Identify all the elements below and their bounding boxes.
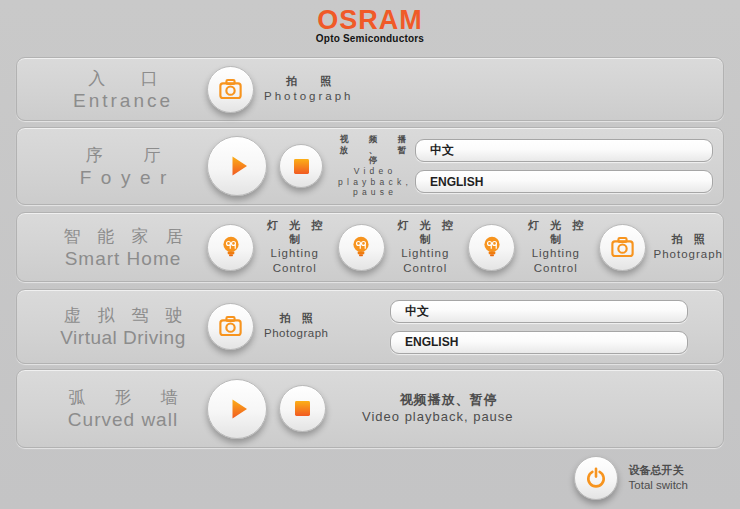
panel-title-curved-wall: 弧形墙 Curved wall [39,386,207,431]
header: OSRAM Opto Semiconductors [0,0,740,50]
osram-logo: OSRAM [0,7,740,33]
label-en: Video playback, pause [331,166,419,198]
brand-tagline: Opto Semiconductors [0,33,740,44]
panel-title-smart-home: 智能家居 Smart Home [39,225,207,270]
lighting-control-label-3: 灯光控制 Lighting Control [523,219,589,275]
smart-home-controls: 灯光控制 Lighting Control [207,219,723,275]
panel-entrance: 入口 Entrance 拍照 Photograph [16,57,724,121]
panel-title-en: Curved wall [39,409,207,431]
smart-home-photograph-button[interactable] [599,224,646,271]
lightbulb-icon [348,234,374,260]
panel-title-entrance: 入口 Entrance [39,67,207,112]
lighting-control-button-2[interactable] [338,224,385,271]
camera-icon [217,76,244,103]
lightbulb-icon [218,234,244,260]
label-en: Total switch [629,478,688,492]
label-en: Photograph [264,89,353,103]
virtual-driving-controls: 拍照 Photograph [207,303,328,350]
panel-title-en: Foyer [39,167,217,189]
panel-title-en: Smart Home [39,248,207,270]
panel-title-foyer: 序厅 Foyer [39,144,207,189]
foyer-english-button[interactable]: ENGLISH [415,170,713,193]
curved-wall-controls: 视频播放、暂停 Video playback, pause [207,379,514,439]
label-en: Lighting Control [262,246,328,275]
control-panel: OSRAM Opto Semiconductors 入口 Entrance 拍照 [0,0,740,509]
total-switch-button[interactable] [574,456,618,500]
lightbulb-icon [479,234,505,260]
lighting-control-button-3[interactable] [468,224,515,271]
label-zh: 设备总开关 [629,464,688,478]
label-zh: 灯光控制 [523,219,600,247]
curved-wall-play-button[interactable] [207,379,267,439]
smart-home-photograph-label: 拍照 Photograph [654,233,723,261]
panel-title-zh: 智能家居 [39,225,224,248]
label-en: Lighting Control [523,246,589,275]
label-en: Lighting Control [393,246,459,275]
camera-icon [609,234,636,261]
total-switch-label: 设备总开关 Total switch [629,464,688,492]
curved-wall-stop-button[interactable] [279,385,326,432]
label-zh: 拍照 [654,233,734,247]
virtual-driving-photograph-button[interactable] [207,303,254,350]
lighting-control-label-2: 灯光控制 Lighting Control [393,219,459,275]
virtual-driving-photograph-label: 拍照 Photograph [264,312,328,340]
lighting-control-label-1: 灯光控制 Lighting Control [262,219,328,275]
camera-icon [217,313,244,340]
panel-curved-wall: 弧形墙 Curved wall 视频播放、 [16,369,724,448]
power-icon [584,466,608,490]
panel-title-en: Entrance [39,90,207,112]
foyer-playback-label: 视频播放、暂停 Video playback, pause [331,134,415,198]
entrance-photograph-button[interactable] [207,66,254,113]
label-zh: 拍照 [264,75,377,89]
label-zh: 视频播放、暂停 [362,392,536,408]
foyer-language-buttons: 中文 ENGLISH [415,139,713,193]
footer: 设备总开关 Total switch [0,448,740,508]
entrance-controls: 拍照 Photograph [207,66,353,113]
label-zh: 拍照 [264,312,339,326]
virtual-driving-chinese-button[interactable]: 中文 [390,300,688,323]
panel-title-zh: 虚拟驾驶 [39,304,224,327]
panel-smart-home: 智能家居 Smart Home [16,212,724,282]
virtual-driving-language-buttons: 中文 ENGLISH [390,300,688,354]
entrance-photograph-label: 拍照 Photograph [264,75,353,103]
virtual-driving-english-button[interactable]: ENGLISH [390,331,688,354]
panel-foyer: 序厅 Foyer 视频播放、暂停 [16,127,724,205]
label-zh: 灯光控制 [262,219,339,247]
play-icon [221,393,253,425]
panel-title-virtual-driving: 虚拟驾驶 Virtual Driving [39,304,207,349]
label-en: Photograph [654,247,723,261]
foyer-controls: 视频播放、暂停 Video playback, pause [207,134,415,198]
label-en: Video playback, pause [362,409,514,425]
foyer-play-button[interactable] [207,136,267,196]
curved-wall-playback-label: 视频播放、暂停 Video playback, pause [362,392,514,425]
panel-title-en: Virtual Driving [39,327,207,349]
play-icon [221,150,253,182]
panel-virtual-driving: 虚拟驾驶 Virtual Driving 拍照 Photograph 中文 [16,289,724,364]
label-zh: 灯光控制 [393,219,470,247]
stop-icon [293,158,310,175]
foyer-chinese-button[interactable]: 中文 [415,139,713,162]
foyer-stop-button[interactable] [279,144,323,188]
stop-icon [294,400,311,417]
lighting-control-button-1[interactable] [207,224,254,271]
label-en: Photograph [264,326,328,340]
